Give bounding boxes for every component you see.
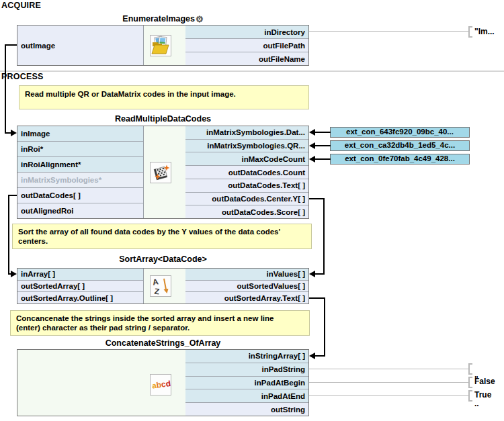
arrow-into-inimage — [11, 130, 17, 136]
port-outalignedroi[interactable]: outAlignedRoi — [17, 203, 143, 218]
value-inpadstring-line2: .. — [474, 400, 483, 408]
arrow-into-inmaxcodecount — [309, 156, 315, 162]
block-title-text: EnumerateImages — [122, 15, 195, 24]
port-inmatrixsymbologies-qr[interactable]: inMatrixSymbologies.QR... — [185, 140, 308, 153]
arrow-into-inarray — [11, 271, 17, 277]
port-inroi[interactable]: inRoi* — [17, 142, 143, 157]
wire-inpadatend-constant — [309, 395, 469, 396]
port-invalues[interactable]: inValues[ ] — [185, 269, 308, 281]
port-outdatacodes-score[interactable]: outDataCodes.Score[ ] — [185, 205, 308, 218]
svg-text:Z: Z — [153, 287, 159, 296]
svg-text:abcd: abcd — [151, 379, 171, 391]
enumerate-images-left-ports: outImage — [17, 26, 144, 65]
port-outdatacodes-text[interactable]: outDataCodes.Text[ ] — [185, 179, 308, 193]
wire-inpadatbegin-constant — [309, 382, 469, 383]
dataflow-editor-canvas: ACQUIRE PROCESS EnumerateImages⚙ outImag… — [0, 0, 504, 421]
block-read-multiple-data-codes[interactable]: inImage inRoi* inRoiAlignment* inMatrixS… — [17, 126, 309, 219]
port-outsortedarray-outline[interactable]: outSortedArray.Outline[ ] — [17, 292, 143, 303]
block-title-enumerate-images: EnumerateImages⚙ — [17, 15, 309, 24]
port-inmaxcodecount[interactable]: inMaxCodeCount — [185, 152, 308, 166]
block-title-read-multiple: ReadMultipleDataCodes — [17, 115, 309, 124]
port-inpadatbegin[interactable]: inPadAtBegin — [185, 377, 308, 390]
port-outdatacodes-count[interactable]: outDataCodes.Count — [185, 166, 308, 179]
wire-centery-invalues-v — [323, 198, 325, 275]
port-outsortedvalues[interactable]: outSortedValues[ ] — [185, 281, 308, 293]
ext-connection-label-3[interactable]: ext_con_0fe70fab_4c49_428... — [330, 154, 470, 165]
wire-extcon1 — [315, 132, 331, 133]
port-outdatacodes-center-y[interactable]: outDataCodes.Center.Y[ ] — [185, 193, 308, 206]
enumerate-images-folder-icon — [150, 35, 171, 56]
read-multiple-right-ports: inMatrixSymbologies.Dat... inMatrixSymbo… — [185, 126, 308, 218]
port-outimage[interactable]: outImage — [17, 26, 143, 65]
constant-bracket-indirectory — [468, 26, 472, 38]
abcd-strings-icon: abcd — [150, 374, 171, 395]
section-label-acquire: ACQUIRE — [1, 1, 41, 10]
concatenate-strings-right-ports: inStringArray[ ] inPadString inPadAtBegi… — [185, 350, 308, 416]
gear-icon[interactable]: ⚙ — [196, 15, 204, 23]
block-sort-array[interactable]: inArray[ ] outSortedArray[ ] outSortedAr… — [17, 268, 309, 304]
wire-centery-invalues-h1 — [309, 198, 325, 199]
port-inmatrixsymbologies-dat[interactable]: inMatrixSymbologies.Dat... — [185, 126, 308, 140]
port-inroialignment[interactable]: inRoiAlignment* — [17, 157, 143, 173]
sort-array-icon-cell: A Z — [143, 269, 186, 303]
constant-bracket-inpadatend — [468, 390, 472, 402]
read-multiple-icon-cell — [143, 126, 186, 218]
port-outfilepath[interactable]: outFilePath — [185, 39, 308, 52]
wire-outimage-inimage-h1 — [5, 44, 17, 46]
wire-outdatacodes-inarray-h1 — [9, 195, 17, 196]
port-indirectory[interactable]: inDirectory — [185, 26, 308, 39]
wire-outimage-inimage-v — [5, 44, 6, 134]
wire-outdatacodes-inarray-v — [8, 195, 9, 275]
port-inimage[interactable]: inImage — [17, 126, 143, 142]
port-inpadstring[interactable]: inPadString — [185, 363, 308, 377]
value-inpadatbegin[interactable]: False — [474, 377, 495, 385]
port-outsortedarray[interactable]: outSortedArray[ ] — [17, 281, 143, 293]
ext-connection-label-2[interactable]: ext_con_ca32db4b_1ed5_4c... — [330, 140, 470, 151]
constant-bracket-inpadatbegin — [468, 377, 472, 388]
block-title-concatenate-strings: ConcatenateStrings_OfArray — [17, 339, 309, 348]
section-label-process: PROCESS — [1, 72, 44, 81]
port-instringarray[interactable]: inStringArray[ ] — [185, 350, 308, 363]
port-outsortedarray-text[interactable]: outSortedArray.Text[ ] — [185, 292, 308, 303]
port-inpadatend[interactable]: inPadAtEnd — [185, 389, 308, 403]
sort-array-left-ports: inArray[ ] outSortedArray[ ] outSortedAr… — [17, 269, 144, 303]
arrow-into-invalues — [309, 271, 315, 277]
section-separator — [0, 71, 504, 72]
value-indirectory[interactable]: "Im... — [474, 28, 495, 36]
value-inpadatend[interactable]: True — [474, 391, 491, 399]
arrow-into-inmatrixsymbologies-qr — [309, 142, 315, 149]
ext-connection-label-1[interactable]: ext_con_643fc920_09bc_40... — [330, 127, 470, 138]
wire-sortedtext-instringarray-v — [324, 297, 325, 357]
comment-sort-array[interactable]: Sort the array of all found data codes b… — [12, 224, 312, 249]
wire-extcon2 — [315, 145, 331, 146]
comment-concatenate[interactable]: Concancenate the strings inside the sort… — [10, 310, 310, 336]
block-enumerate-images[interactable]: outImage inDirectory outFilePath outFile… — [17, 25, 309, 66]
svg-text:A: A — [151, 277, 159, 287]
comment-read-codes[interactable]: Read multiple QR or DataMatrix codes in … — [19, 85, 309, 109]
read-multiple-left-ports: inImage inRoi* inRoiAlignment* inMatrixS… — [17, 126, 144, 218]
enumerate-images-right-ports: inDirectory outFilePath outFileName — [185, 26, 308, 65]
port-outfilename[interactable]: outFileName — [185, 52, 308, 65]
wire-sortedtext-instringarray-h2 — [315, 355, 325, 357]
wire-sortedtext-instringarray-h1 — [309, 297, 325, 299]
wire-centery-invalues-h2 — [315, 273, 324, 275]
port-outstring[interactable]: outString — [185, 403, 308, 416]
wire-extcon3 — [315, 158, 331, 160]
block-title-sort-array: SortArray<DataCode> — [17, 255, 309, 264]
wire-indirectory-constant — [309, 31, 469, 32]
wire-inpadstring-constant — [309, 369, 469, 369]
port-outdatacodes[interactable]: outDataCodes[ ] — [17, 188, 143, 203]
sort-array-right-ports: inValues[ ] outSortedValues[ ] outSorted… — [185, 269, 308, 303]
arrow-into-instringarray — [309, 353, 315, 359]
concatenate-strings-body-cell: abcd — [17, 350, 186, 416]
arrow-into-inmatrixsymbologies-dat — [309, 129, 315, 136]
block-concatenate-strings[interactable]: abcd inStringArray[ ] inPadString inPadA… — [17, 349, 309, 416]
constant-bracket-inpadstring — [468, 363, 472, 375]
sort-az-icon: A Z — [150, 275, 171, 297]
enumerate-images-icon-cell — [143, 26, 186, 65]
datamatrix-read-icon — [150, 162, 171, 183]
port-inarray[interactable]: inArray[ ] — [17, 269, 143, 281]
port-inmatrixsymbologies[interactable]: inMatrixSymbologies* — [17, 173, 143, 188]
